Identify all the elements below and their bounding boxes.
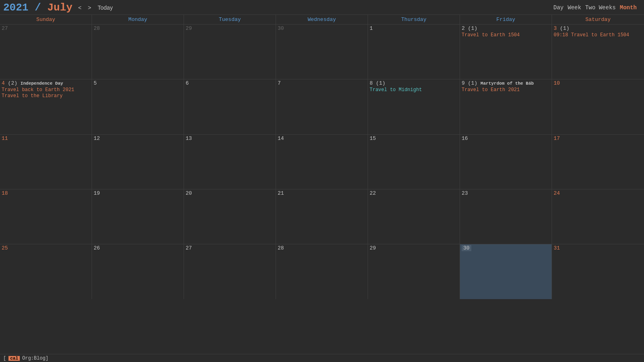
date-label: 1 [370, 25, 458, 31]
date-label: 26 [94, 245, 182, 251]
footer-label: Org:Blog] [22, 356, 48, 361]
date-label: 22 [370, 190, 458, 196]
year-label: 2021 [3, 2, 28, 14]
cell-jul-31[interactable]: 31 [552, 244, 644, 299]
cell-jul-30[interactable]: 30 [460, 244, 552, 299]
cell-jul-24[interactable]: 24 [552, 189, 644, 244]
cell-jul-6[interactable]: 6 [184, 79, 276, 134]
date-label: 19 [94, 190, 182, 196]
cell-jul-20[interactable]: 20 [184, 189, 276, 244]
event-travel-earth-1504-fri[interactable]: Travel to Earth 1504 [462, 32, 550, 38]
date-label: 4 (2) Independence Day [2, 80, 90, 86]
today-button[interactable]: Today [96, 4, 114, 11]
cell-jul-29[interactable]: 29 [368, 244, 460, 299]
footer-tag: cal [8, 356, 20, 361]
cell-jul-17[interactable]: 17 [552, 135, 644, 189]
event-travel-library[interactable]: Travel to the Library [2, 93, 90, 99]
month-label: July [47, 2, 72, 14]
page-title: 2021 / July [3, 2, 73, 14]
date-label: 8 (1) [370, 80, 458, 86]
date-label: 28 [94, 25, 182, 31]
cell-jul-9[interactable]: 9 (1) Martyrdom of the Báb Travel to Ear… [460, 79, 552, 134]
header-saturday: Saturday [552, 15, 644, 24]
cell-jul-3[interactable]: 3 (1) 09:18 Travel to Earth 1504 [552, 25, 644, 79]
cell-jul-19[interactable]: 19 [92, 189, 184, 244]
event-travel-back-earth-2021[interactable]: Travel back to Earth 2021 [2, 87, 90, 93]
cell-jul-15[interactable]: 15 [368, 135, 460, 189]
cell-jul-28[interactable]: 28 [276, 244, 368, 299]
date-label: 11 [2, 135, 90, 141]
cell-jul-10[interactable]: 10 [552, 79, 644, 134]
date-label: 14 [278, 135, 366, 141]
event-travel-midnight[interactable]: Travel to Midnight [370, 87, 458, 93]
sep-label: / [28, 2, 47, 14]
calendar-container: Sunday Monday Tuesday Wednesday Thursday… [0, 15, 644, 354]
date-label: 28 [278, 245, 366, 251]
date-label: 20 [186, 190, 274, 196]
date-label: 29 [186, 25, 274, 31]
cell-jul-1[interactable]: 1 [368, 25, 460, 79]
date-label: 16 [462, 135, 550, 141]
date-label: 7 [278, 80, 366, 86]
date-label: 5 [94, 80, 182, 86]
date-label: 2 (1) [462, 25, 550, 31]
next-button[interactable]: > [86, 4, 93, 11]
header-tuesday: Tuesday [184, 15, 276, 24]
event-travel-earth-2021[interactable]: Travel to Earth 2021 [462, 87, 550, 93]
cell-jul-16[interactable]: 16 [460, 135, 552, 189]
cell-jul-12[interactable]: 12 [92, 135, 184, 189]
calendar-grid: 27 28 29 30 1 2 (1) Travel to Earth 1504… [0, 24, 644, 354]
header-sunday: Sunday [0, 15, 92, 24]
date-label: 10 [554, 80, 642, 86]
date-label: 12 [94, 135, 182, 141]
cell-jul-8[interactable]: 8 (1) Travel to Midnight [368, 79, 460, 134]
cell-jul-27[interactable]: 27 [184, 244, 276, 299]
week-4: 18 19 20 21 22 23 24 [0, 189, 644, 244]
footer-bracket-open: [ [3, 356, 6, 361]
week-5: 25 26 27 28 29 30 31 [0, 244, 644, 299]
date-label: 13 [186, 135, 274, 141]
cell-jun-27[interactable]: 27 [0, 25, 92, 79]
view-switcher: Day Week Two Weeks Month [554, 4, 641, 11]
view-week[interactable]: Week [568, 4, 581, 11]
date-label: 23 [462, 190, 550, 196]
date-label: 3 (1) [554, 25, 642, 31]
cell-jul-11[interactable]: 11 [0, 135, 92, 189]
cell-jul-5[interactable]: 5 [92, 79, 184, 134]
cell-jul-18[interactable]: 18 [0, 189, 92, 244]
cell-jul-26[interactable]: 26 [92, 244, 184, 299]
cell-jun-29[interactable]: 29 [184, 25, 276, 79]
header: 2021 / July < > Today Day Week Two Weeks… [0, 0, 644, 15]
cell-jul-21[interactable]: 21 [276, 189, 368, 244]
cell-jul-14[interactable]: 14 [276, 135, 368, 189]
event-travel-earth-1504-sat[interactable]: 09:18 Travel to Earth 1504 [554, 32, 642, 38]
week-3: 11 12 13 14 15 16 17 [0, 134, 644, 189]
date-label: 15 [370, 135, 458, 141]
cell-jul-2[interactable]: 2 (1) Travel to Earth 1504 [460, 25, 552, 79]
date-label: 18 [2, 190, 90, 196]
header-thursday: Thursday [368, 15, 460, 24]
day-headers: Sunday Monday Tuesday Wednesday Thursday… [0, 15, 644, 24]
cell-jun-28[interactable]: 28 [92, 25, 184, 79]
view-day[interactable]: Day [554, 4, 564, 11]
cell-jul-4[interactable]: 4 (2) Independence Day Travel back to Ea… [0, 79, 92, 134]
cell-jul-13[interactable]: 13 [184, 135, 276, 189]
date-label: 17 [554, 135, 642, 141]
date-label: 21 [278, 190, 366, 196]
view-month[interactable]: Month [620, 4, 637, 11]
cell-jul-7[interactable]: 7 [276, 79, 368, 134]
cell-jul-25[interactable]: 25 [0, 244, 92, 299]
prev-button[interactable]: < [77, 4, 83, 11]
view-two-weeks[interactable]: Two Weeks [585, 4, 616, 11]
cell-jul-23[interactable]: 23 [460, 189, 552, 244]
date-label: 29 [370, 245, 458, 251]
date-label: 25 [2, 245, 90, 251]
navigation: < > Today [77, 4, 115, 11]
header-friday: Friday [460, 15, 552, 24]
date-label: 27 [2, 25, 90, 31]
footer: [ cal Org:Blog] [0, 354, 644, 362]
cell-jun-30[interactable]: 30 [276, 25, 368, 79]
week-2: 4 (2) Independence Day Travel back to Ea… [0, 79, 644, 134]
cell-jul-22[interactable]: 22 [368, 189, 460, 244]
date-label: 9 (1) Martyrdom of the Báb [462, 80, 550, 86]
